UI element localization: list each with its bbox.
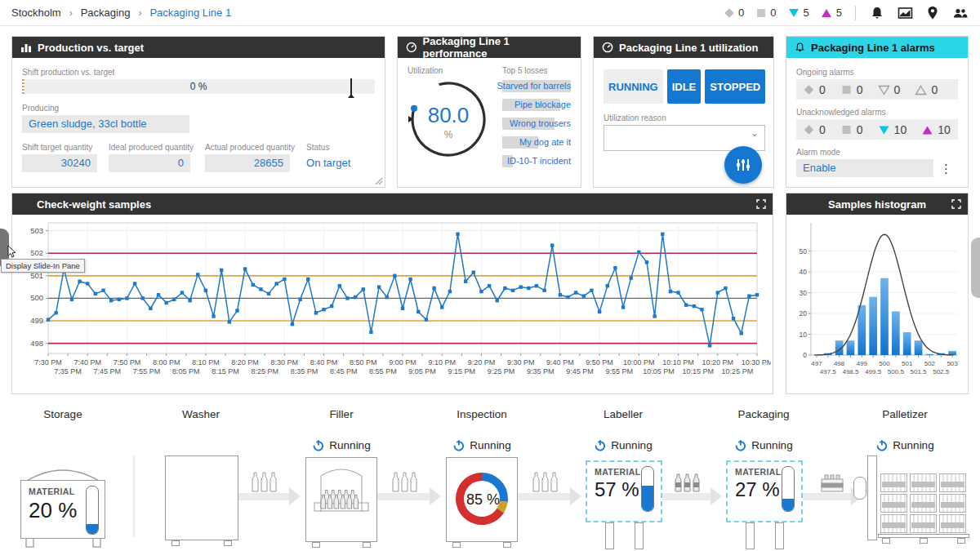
palletizer-status: Running — [875, 439, 933, 451]
filler-machine[interactable] — [305, 457, 377, 542]
unacknowledged-alarm-diamond: 0 — [803, 123, 826, 136]
alarms-panel: Packaging Line 1 alarms Ongoing alarms 0… — [786, 36, 969, 188]
expand-icon[interactable] — [951, 199, 961, 209]
machine-leg — [775, 522, 784, 549]
conveyor — [802, 493, 851, 500]
svg-text:8:20 PM: 8:20 PM — [231, 358, 259, 367]
alarm-mode-field[interactable]: Enable — [796, 159, 933, 177]
breadcrumb-current[interactable]: Packaging Line 1 — [149, 7, 231, 19]
level-fill — [642, 486, 653, 511]
loss-label: Wrong trousers — [510, 118, 571, 128]
alarm-counter-square[interactable]: 0 — [755, 7, 776, 19]
loss-label: Starved for barrels — [497, 81, 571, 91]
svg-text:9:50 PM: 9:50 PM — [586, 358, 613, 367]
breadcrumb: Stockholm Packaging Packaging Line 1 — [11, 7, 231, 19]
svg-text:498: 498 — [834, 360, 845, 367]
station-title-packaging: Packaging — [737, 408, 789, 420]
svg-text:8:10 PM: 8:10 PM — [192, 358, 220, 367]
location-pin-icon[interactable] — [924, 5, 941, 21]
svg-text:30: 30 — [800, 289, 808, 297]
people-icon[interactable] — [952, 5, 969, 21]
producing-value-field: Green sludge, 33cl bottle — [22, 115, 189, 133]
alarm-count: 0 — [819, 83, 826, 96]
loss-bar-row[interactable]: Pipe blockage — [502, 99, 571, 113]
packaging-status: Running — [734, 439, 792, 451]
svg-text:9:10 PM: 9:10 PM — [428, 358, 456, 367]
unacknowledged-alarms-label: Unacknowledged alarms — [796, 108, 958, 117]
conveyor — [662, 493, 710, 500]
stopped-button[interactable]: STOPPED — [705, 69, 765, 104]
svg-text:9:40 PM: 9:40 PM — [546, 358, 574, 367]
unacknowledged-alarms-strip: 001010 — [796, 119, 958, 140]
inspection-status: Running — [452, 439, 510, 451]
utilization-unit: % — [408, 129, 489, 140]
alarm-count: 0 — [931, 83, 938, 96]
expand-icon[interactable] — [756, 199, 766, 209]
svg-text:10:25 PM: 10:25 PM — [722, 367, 754, 375]
inspection-machine[interactable]: 85 % — [446, 457, 518, 542]
power-icon — [734, 439, 746, 451]
pallet-foot — [957, 538, 965, 544]
histogram-panel: Samples histogram 01020304050497497.5498… — [786, 193, 969, 394]
empty-bottles-icon — [531, 470, 560, 492]
alarm-count: 10 — [938, 123, 951, 136]
breadcrumb-site[interactable]: Stockholm — [11, 7, 61, 19]
alarm-counter-high[interactable]: 5 — [821, 7, 842, 19]
svg-text:8:40 PM: 8:40 PM — [310, 358, 338, 367]
loss-bar-row[interactable]: ID-10-T incident — [502, 155, 571, 169]
panel-title: Packaging Line 1 performance — [423, 36, 572, 60]
svg-text:8:00 PM: 8:00 PM — [153, 358, 180, 367]
kebab-menu-icon[interactable]: ⋮ — [940, 166, 947, 171]
svg-text:10:00 PM: 10:00 PM — [623, 358, 655, 367]
top-losses-list: Starved for barrelsPipe blockageWrong tr… — [502, 80, 571, 169]
palletizer-arm — [853, 477, 866, 500]
shift-production-label: Shift production vs. target — [22, 68, 375, 77]
top-losses-label: Top 5 losses — [502, 66, 571, 75]
section-divider — [133, 455, 135, 537]
panel-title: Packaging Line 1 alarms — [811, 42, 935, 54]
power-icon — [312, 439, 324, 451]
alarm-counter-low[interactable]: 5 — [788, 7, 809, 19]
packaging-machine[interactable]: MATERIAL 27 % — [726, 460, 803, 522]
svg-text:9:00 PM: 9:00 PM — [389, 358, 416, 367]
alarm-counter-diamond[interactable]: 0 — [724, 7, 744, 19]
bell-icon[interactable] — [869, 5, 885, 21]
empty-bottles-icon — [250, 470, 279, 492]
washer-machine[interactable] — [165, 455, 238, 540]
panel-title: Packaging Line 1 utilization — [619, 42, 758, 54]
station-title-inspection: Inspection — [457, 408, 507, 420]
running-button[interactable]: RUNNING — [604, 69, 663, 104]
storage-material-box[interactable]: MATERIAL 20 % — [20, 480, 105, 539]
station-title-labeller: Labeller — [604, 408, 643, 420]
tune-fab-button[interactable] — [724, 146, 762, 184]
svg-text:8:35 PM: 8:35 PM — [291, 367, 318, 375]
breadcrumb-area[interactable]: Packaging — [81, 7, 131, 19]
svg-text:501: 501 — [902, 360, 913, 367]
diamond-icon — [803, 84, 815, 96]
status-value: On target — [306, 154, 350, 172]
bell-icon — [795, 42, 805, 53]
trend-chart-icon[interactable] — [897, 5, 913, 21]
idle-button[interactable]: IDLE — [667, 69, 702, 104]
loss-label: ID-10-T incident — [507, 156, 571, 166]
panel-title: Production vs. target — [38, 42, 144, 54]
labeller-machine[interactable]: MATERIAL 57 % — [586, 460, 662, 522]
square-icon — [840, 84, 853, 96]
loss-bar-row[interactable]: Wrong trousers — [502, 118, 571, 131]
pallet-foot — [882, 538, 890, 544]
level-gauge — [86, 486, 99, 535]
field-label: Actual produced quantity — [205, 143, 295, 152]
loss-bar-row[interactable]: Starved for barrels — [502, 80, 571, 94]
triangle-down-icon — [878, 124, 890, 136]
loss-bar-row[interactable]: My dog ate it — [502, 136, 571, 150]
ideal-produced-quantity-field: 0 — [109, 154, 190, 172]
level-fill — [782, 499, 794, 511]
palletizer-post[interactable] — [867, 455, 877, 540]
resize-grip-icon[interactable] — [375, 177, 383, 185]
svg-text:8:15 PM: 8:15 PM — [212, 367, 239, 375]
utilization-reason-label: Utilization reason — [604, 113, 764, 122]
gauge-icon — [406, 42, 417, 53]
station-title-storage: Storage — [43, 408, 82, 420]
slide-in-pane-handle-right[interactable] — [971, 238, 980, 298]
svg-text:501.5: 501.5 — [911, 368, 928, 375]
